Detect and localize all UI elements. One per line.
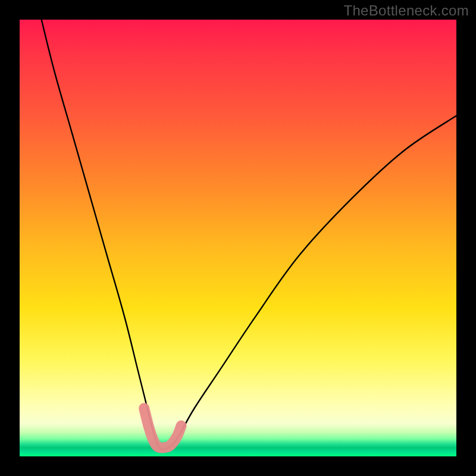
bottleneck-curve bbox=[42, 20, 456, 449]
plot-area bbox=[20, 20, 456, 456]
curve-layer bbox=[20, 20, 456, 456]
chart-frame: TheBottleneck.com bbox=[0, 0, 476, 476]
watermark-text: TheBottleneck.com bbox=[343, 2, 469, 19]
highlight-segment bbox=[144, 408, 181, 447]
